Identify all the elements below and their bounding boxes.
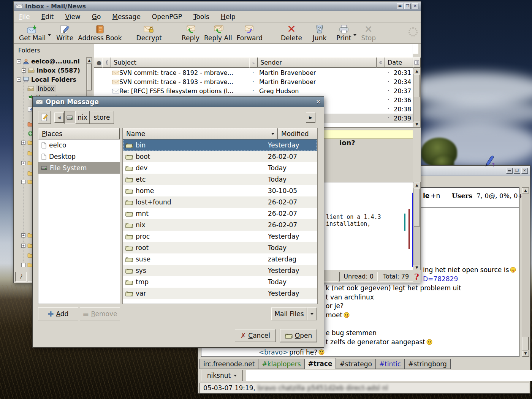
path-back-icon[interactable]: ◀ xyxy=(54,112,64,123)
minimize-icon[interactable]: ▬ xyxy=(506,168,513,174)
tab-stringborg[interactable]: #stringborg xyxy=(405,359,451,369)
irc-channel-tabs[interactable]: irc.freenode.net #klaplopers #trace #str… xyxy=(200,358,451,369)
file-row[interactable]: varYesterday xyxy=(123,288,317,299)
chevron-down-icon[interactable] xyxy=(353,34,356,36)
reply-all-button[interactable]: Reply All xyxy=(202,24,234,43)
file-list[interactable]: binYesterday boot26-02-07 devToday etcTo… xyxy=(123,139,317,299)
nick-selector-button[interactable]: niksnut xyxy=(201,370,243,381)
file-row[interactable]: nix26-02-07 xyxy=(123,219,317,231)
tab-trace[interactable]: #trace xyxy=(305,358,336,369)
menu-message[interactable]: Message xyxy=(112,13,141,21)
menu-file[interactable]: File xyxy=(19,13,30,21)
scroll-down-icon[interactable]: ▼ xyxy=(413,122,420,127)
column-name[interactable]: Name xyxy=(123,128,278,139)
scroll-down-icon[interactable]: ▼ xyxy=(522,351,529,356)
address-book-button[interactable]: Address Book xyxy=(76,24,124,43)
scrollbar-thumb[interactable] xyxy=(87,64,92,90)
help-question-icon[interactable]: ? xyxy=(414,272,419,282)
message-list-scrollbar[interactable]: ▲ ▼ xyxy=(413,68,421,128)
tab-klaplopers[interactable]: #klaplopers xyxy=(258,359,304,369)
column-attachment-icon[interactable] xyxy=(102,57,111,68)
file-row[interactable]: sysYesterday xyxy=(123,265,317,276)
scrollbar-thumb[interactable] xyxy=(414,74,420,97)
scroll-down-icon[interactable]: ▼ xyxy=(413,265,420,271)
decrypt-button[interactable]: Decrypt xyxy=(134,24,164,43)
column-date[interactable]: Date xyxy=(385,57,413,68)
chat-line[interactable]: D=782829 xyxy=(423,275,458,283)
scroll-up-icon[interactable]: ▲ xyxy=(522,188,529,193)
file-row[interactable]: devToday xyxy=(123,162,317,174)
menu-openpgp[interactable]: OpenPGP xyxy=(152,13,182,21)
menu-view[interactable]: View xyxy=(65,13,80,21)
delete-button[interactable]: ✕ Delete xyxy=(279,24,304,43)
file-row[interactable]: procYesterday xyxy=(123,231,317,242)
dialog-titlebar[interactable]: Open Message ✕ xyxy=(33,97,324,107)
file-row[interactable]: boot26-02-07 xyxy=(123,151,317,162)
path-forward-icon[interactable]: ▶ xyxy=(306,112,315,123)
file-row[interactable]: home30-10-05 xyxy=(123,185,317,196)
expand-icon[interactable]: + xyxy=(22,68,26,73)
maximize-icon[interactable]: ❐ xyxy=(404,3,411,9)
collapse-icon[interactable]: − xyxy=(17,78,21,82)
menu-edit[interactable]: Edit xyxy=(41,13,54,21)
print-button[interactable]: Print xyxy=(334,24,353,43)
get-mail-button[interactable]: Get Mail xyxy=(17,24,48,43)
irc-chat-scrollbar[interactable]: ▲ ▼ xyxy=(522,187,529,357)
places-panel[interactable]: Places eelco Desktop File System xyxy=(38,128,120,304)
forward-button[interactable]: Forward xyxy=(234,24,265,43)
open-button[interactable]: Open xyxy=(280,329,317,342)
file-row[interactable]: lost+found26-02-07 xyxy=(123,196,317,208)
file-row[interactable]: mnt26-02-07 xyxy=(123,208,317,219)
column-modified[interactable]: Modified xyxy=(278,128,317,139)
irc-message-input-box[interactable] xyxy=(246,370,532,381)
column-junk-icon[interactable] xyxy=(377,57,385,68)
file-row[interactable]: rootToday xyxy=(123,242,317,253)
folder-inbox-local[interactable]: Inbox xyxy=(27,84,56,93)
tab-tintic[interactable]: #tintic xyxy=(376,359,405,369)
chevron-down-icon[interactable] xyxy=(48,34,51,36)
menu-tools[interactable]: Tools xyxy=(193,13,209,21)
crumb-nix-button[interactable]: nix xyxy=(75,111,90,124)
cancel-button[interactable]: ✗ Cancel xyxy=(235,329,276,342)
file-list-panel[interactable]: Name Modified binYesterday boot26-02-07 … xyxy=(122,128,318,304)
filter-chevron-down-icon[interactable] xyxy=(307,307,317,320)
column-flag-icon[interactable]: ● xyxy=(94,57,102,68)
folder-inbox-account[interactable]: + Inbox (5587) xyxy=(22,66,80,74)
message-row[interactable]: SVN commit: trace - 8193 - mbrave...· Ma… xyxy=(94,77,413,86)
menu-help[interactable]: Help xyxy=(221,13,236,21)
irc-message-input[interactable] xyxy=(246,370,532,381)
tab-stratego[interactable]: #stratego xyxy=(336,359,376,369)
scroll-up-icon[interactable]: ▲ xyxy=(413,182,420,188)
type-filename-button[interactable] xyxy=(38,111,51,124)
close-icon[interactable]: ✕ xyxy=(412,3,418,9)
file-row[interactable]: binYesterday xyxy=(123,139,317,151)
junk-button[interactable]: Junk xyxy=(310,24,329,43)
tab-server[interactable]: irc.freenode.net xyxy=(200,359,258,369)
places-header[interactable]: Places xyxy=(38,128,120,139)
file-row[interactable]: tmpToday xyxy=(123,276,317,288)
file-row[interactable]: etcToday xyxy=(123,174,317,185)
column-subject[interactable]: Subject xyxy=(111,57,249,68)
column-thread-icon[interactable] xyxy=(249,57,258,68)
folder-account[interactable]: − eelco@...uu.nl xyxy=(17,57,80,65)
mail-titlebar[interactable]: Inbox - Mail/News ▬ ❐ ✕ xyxy=(14,2,421,11)
scrollbar-thumb[interactable] xyxy=(522,337,529,350)
close-icon[interactable]: ✕ xyxy=(521,168,528,174)
body-scrollbar[interactable]: ▲ ▼ xyxy=(413,182,421,271)
minimize-icon[interactable]: ▬ xyxy=(397,3,403,9)
maximize-icon[interactable]: ❐ xyxy=(514,168,520,174)
file-row[interactable]: susezaterdag xyxy=(123,253,317,265)
place-file-system[interactable]: File System xyxy=(38,162,120,174)
mail-menubar[interactable]: File Edit View Go Message OpenPGP Tools … xyxy=(14,11,421,22)
add-button[interactable]: ✚ Add xyxy=(38,307,78,320)
place-eelco[interactable]: eelco xyxy=(38,139,120,151)
open-message-dialog[interactable]: Open Message ✕ ◀ nix store ▶ Places eelc… xyxy=(32,96,324,348)
mail-toolbar[interactable]: Get Mail Write Address Book Decrypt Repl… xyxy=(14,22,421,44)
offline-indicator-icon[interactable]: ∼ xyxy=(15,272,27,282)
reply-button[interactable]: Reply xyxy=(179,24,202,43)
message-row[interactable]: Re: [RFC] FSFS filesystem options (l...·… xyxy=(94,86,413,95)
folder-local[interactable]: − Local Folders xyxy=(17,75,76,84)
menu-go[interactable]: Go xyxy=(92,13,101,21)
scrollbar-thumb[interactable] xyxy=(414,188,420,226)
column-picker-icon[interactable] xyxy=(413,57,421,68)
